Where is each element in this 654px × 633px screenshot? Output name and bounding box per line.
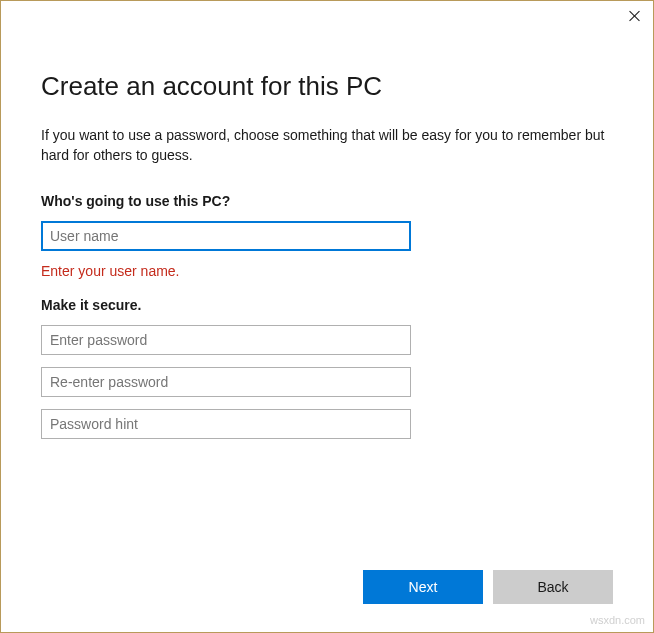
password-hint-input[interactable] bbox=[41, 409, 411, 439]
watermark: wsxdn.com bbox=[590, 614, 645, 626]
next-button[interactable]: Next bbox=[363, 570, 483, 604]
titlebar bbox=[1, 1, 653, 31]
page-title: Create an account for this PC bbox=[41, 71, 613, 102]
password-section-label: Make it secure. bbox=[41, 297, 613, 313]
page-description: If you want to use a password, choose so… bbox=[41, 126, 613, 165]
button-bar: Next Back bbox=[363, 570, 613, 604]
reenter-password-input[interactable] bbox=[41, 367, 411, 397]
back-button[interactable]: Back bbox=[493, 570, 613, 604]
user-section-label: Who's going to use this PC? bbox=[41, 193, 613, 209]
username-error: Enter your user name. bbox=[41, 263, 613, 279]
password-input[interactable] bbox=[41, 325, 411, 355]
close-icon[interactable] bbox=[629, 10, 641, 22]
username-input[interactable] bbox=[41, 221, 411, 251]
main-content: Create an account for this PC If you wan… bbox=[1, 31, 653, 439]
